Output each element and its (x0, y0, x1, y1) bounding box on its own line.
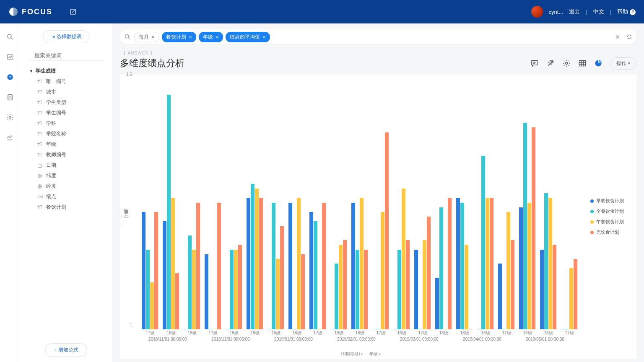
chart-plot[interactable] (138, 79, 583, 329)
bar-group[interactable] (184, 203, 200, 329)
bar[interactable] (523, 123, 527, 329)
legend-item-2[interactable]: 午餐饮食计划 (590, 219, 632, 225)
bar[interactable] (456, 198, 460, 329)
bar[interactable] (427, 217, 431, 329)
bar[interactable] (280, 226, 284, 329)
bar[interactable] (205, 254, 208, 329)
clear-icon[interactable] (615, 34, 621, 40)
bar[interactable] (498, 264, 502, 329)
bar[interactable] (553, 245, 556, 329)
bar[interactable] (423, 240, 426, 329)
bar[interactable] (322, 203, 326, 329)
bar[interactable] (448, 198, 452, 329)
pin-icon[interactable] (546, 59, 555, 67)
bar[interactable] (188, 235, 192, 329)
bar-group[interactable] (163, 95, 179, 329)
bar[interactable] (309, 212, 313, 329)
field-0[interactable]: ₸T唯一编号 (29, 76, 103, 87)
bar[interactable] (146, 250, 150, 329)
bar[interactable] (527, 203, 531, 329)
gear-icon[interactable] (562, 59, 571, 67)
bar[interactable] (192, 250, 196, 329)
tag-remove-icon[interactable]: ✕ (262, 35, 266, 39)
bar-group[interactable] (351, 198, 368, 329)
bar-group[interactable] (540, 193, 556, 329)
bar[interactable] (251, 184, 254, 329)
bar[interactable] (519, 207, 523, 329)
bar[interactable] (167, 95, 171, 329)
keyword-search[interactable] (29, 51, 103, 61)
bar[interactable] (288, 203, 292, 329)
field-6[interactable]: ₸T年级 (29, 139, 103, 150)
bar[interactable] (175, 273, 179, 329)
x-dim-date[interactable]: 日期(每月) ▾ (340, 351, 363, 357)
field-12[interactable]: ₸T餐饮计划 (29, 202, 103, 212)
bar[interactable] (364, 250, 368, 329)
bar[interactable] (481, 156, 485, 329)
bar[interactable] (540, 250, 544, 329)
keyword-input[interactable] (34, 52, 105, 59)
bar[interactable] (381, 212, 384, 329)
operate-button[interactable]: 操作▾ (610, 57, 636, 70)
field-4[interactable]: ₸T学科 (29, 118, 103, 129)
legend-item-3[interactable]: 无饮食计划 (590, 229, 632, 235)
x-dim-grade[interactable]: 年级 ▾ (369, 351, 381, 357)
rail-dashboard-icon[interactable] (6, 53, 14, 61)
bar[interactable] (406, 240, 410, 329)
rail-trend-icon[interactable] (6, 133, 14, 142)
query-search-icon[interactable] (124, 34, 131, 40)
field-5[interactable]: ₸T学院名称 (29, 129, 103, 139)
legend-item-0[interactable]: 早餐饮食计划 (590, 198, 632, 204)
bar[interactable] (490, 198, 493, 329)
avatar[interactable] (531, 6, 543, 18)
tag-remove-icon[interactable]: ✕ (216, 35, 219, 39)
bar-group[interactable] (393, 189, 410, 329)
rail-search-icon[interactable] (6, 33, 14, 41)
bar[interactable] (272, 203, 275, 329)
bar[interactable] (171, 198, 175, 329)
tag-remove-icon[interactable]: ✕ (151, 35, 155, 39)
bar[interactable] (532, 127, 535, 329)
bar[interactable] (335, 264, 338, 329)
bar[interactable] (439, 207, 443, 329)
bar[interactable] (385, 132, 389, 329)
edit-icon[interactable] (69, 8, 77, 16)
add-formula-button[interactable]: +增加公式 (45, 343, 87, 357)
bar[interactable] (196, 203, 200, 329)
bar[interactable] (506, 212, 510, 329)
select-datasource-button[interactable]: ⇥选择数据表 (43, 30, 90, 43)
bar[interactable] (314, 221, 317, 329)
bar-group[interactable] (477, 156, 493, 329)
field-10[interactable]: 经度 (29, 181, 103, 191)
bar[interactable] (150, 282, 154, 329)
query-tag-2[interactable]: 年级✕ (199, 32, 223, 42)
bar-group[interactable] (330, 240, 347, 329)
bar-group[interactable] (456, 198, 473, 329)
field-8[interactable]: 日期 (29, 160, 103, 171)
bar[interactable] (435, 278, 439, 329)
rail-question-icon[interactable]: ? (6, 73, 14, 81)
bar[interactable] (154, 212, 158, 329)
bar[interactable] (230, 250, 234, 329)
chart-type-icon[interactable] (594, 59, 602, 67)
field-9[interactable]: 纬度 (29, 171, 103, 181)
refresh-icon[interactable] (626, 34, 632, 40)
bar[interactable] (544, 193, 548, 329)
bar[interactable] (142, 212, 145, 329)
bar-group[interactable] (288, 198, 305, 329)
bar[interactable] (217, 203, 221, 329)
bar[interactable] (574, 259, 577, 329)
bar[interactable] (343, 240, 347, 329)
field-2[interactable]: ₸T学生类型 (29, 97, 103, 108)
query-tag-3[interactable]: 绩点的平均值✕ (226, 32, 270, 42)
bar[interactable] (511, 240, 514, 329)
bar-group[interactable] (561, 259, 577, 329)
bar[interactable] (465, 245, 468, 329)
bar[interactable] (255, 189, 259, 329)
bar[interactable] (351, 203, 355, 329)
tree-root[interactable]: ▼学生成绩 (29, 66, 103, 76)
bar-group[interactable] (372, 132, 389, 329)
bar[interactable] (460, 203, 464, 329)
bar[interactable] (402, 189, 405, 329)
bar[interactable] (238, 245, 242, 329)
